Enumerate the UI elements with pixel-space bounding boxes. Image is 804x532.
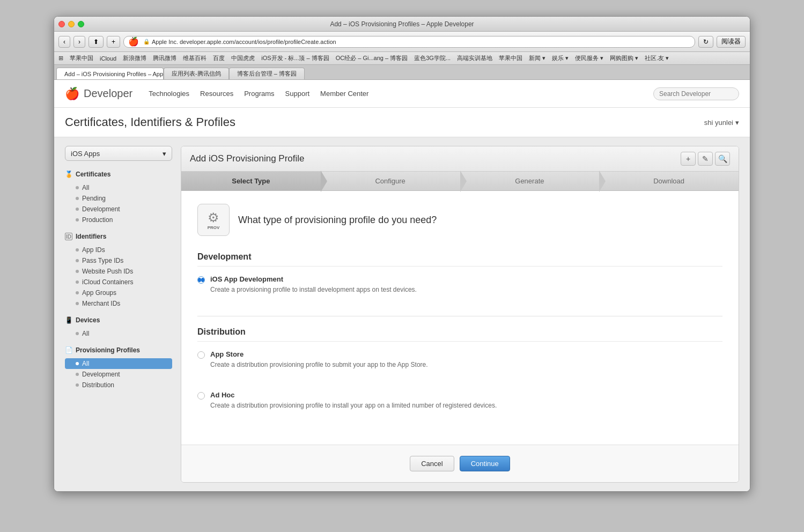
provisioning-label: Provisioning Profiles xyxy=(76,346,140,354)
wizard-step-download[interactable]: Download xyxy=(599,172,739,190)
developer-label: Developer xyxy=(84,87,132,100)
sidebar-item-cert-development[interactable]: Development xyxy=(65,204,172,215)
bookmark-3g[interactable]: 蓝色3G学院... xyxy=(414,54,451,62)
bullet-icon xyxy=(76,208,79,211)
bookmark-grid-icon[interactable]: ⊞ xyxy=(58,55,63,62)
wizard-step-configure[interactable]: Configure xyxy=(321,172,460,190)
maximize-button[interactable] xyxy=(78,21,84,27)
apple-logo-icon: 🍎 xyxy=(65,87,79,101)
section-divider xyxy=(197,316,722,316)
bookmark-tiger[interactable]: 中国虎虎 xyxy=(231,54,255,62)
bookmark-apple2[interactable]: 苹果中国 xyxy=(499,54,522,62)
sidebar-item-website-push-ids[interactable]: Website Push IDs xyxy=(65,266,172,277)
option-info-app-store: App Store Create a distribution provisio… xyxy=(210,350,722,370)
content-intro: ⚙ PROV What type of provisioning profile… xyxy=(197,204,722,236)
development-section-title: Development xyxy=(197,252,722,267)
bullet-icon xyxy=(76,218,79,221)
tab-2[interactable]: 应用列表-腾讯信鸽 xyxy=(164,68,229,79)
sidebar-item-cert-production[interactable]: Production xyxy=(65,215,172,225)
reload-button[interactable]: ↻ xyxy=(698,36,713,48)
new-tab-button[interactable]: + xyxy=(107,36,120,48)
nav-member-center[interactable]: Member Center xyxy=(320,90,368,98)
bookmark-wiki[interactable]: 维基百科 xyxy=(183,54,206,62)
radio-ios-app-dev[interactable] xyxy=(197,276,205,284)
traffic-lights xyxy=(58,21,84,27)
sidebar-section-header-provisioning: 📄 Provisioning Profiles xyxy=(65,345,172,355)
edit-action-button[interactable]: ✎ xyxy=(698,152,713,166)
nav-support[interactable]: Support xyxy=(285,90,310,98)
devices-label: Devices xyxy=(76,316,100,324)
dev-logo: 🍎 Developer xyxy=(65,87,132,101)
bullet-icon xyxy=(76,186,79,189)
address-bar[interactable]: 🍎 🔒 Apple Inc. developer.apple.com/accou… xyxy=(123,36,695,48)
bullet-icon xyxy=(76,259,79,262)
sidebar-section-devices: 📱 Devices All xyxy=(65,315,172,339)
sidebar-item-app-ids[interactable]: App IDs xyxy=(65,245,172,255)
sidebar-item-cert-all[interactable]: All xyxy=(65,182,172,193)
distribution-section-title: Distribution xyxy=(197,327,722,342)
prov-icon-label: PROV xyxy=(208,225,220,230)
bookmark-training[interactable]: 高端实训基地 xyxy=(457,54,492,62)
option-ad-hoc: Ad Hoc Create a distribution provisionin… xyxy=(197,391,722,421)
bullet-icon xyxy=(76,373,79,376)
add-action-button[interactable]: + xyxy=(681,152,696,166)
page-title: Certificates, Identifiers & Profiles xyxy=(65,115,235,129)
user-menu[interactable]: shi yunlei ▾ xyxy=(704,119,739,127)
reader-button[interactable]: 阅读器 xyxy=(717,36,746,48)
window-title: Add – iOS Provisioning Profiles – Apple … xyxy=(330,20,474,28)
bookmark-news[interactable]: 新闻 ▾ xyxy=(529,54,545,62)
sidebar-section-header-devices: 📱 Devices xyxy=(65,315,172,325)
option-desc-app-store: Create a distribution provisioning profi… xyxy=(210,360,722,370)
bookmark-sina[interactable]: 新浪微博 xyxy=(123,54,146,62)
radio-ad-hoc[interactable] xyxy=(197,392,205,400)
sidebar-item-icloud-containers[interactable]: iCloud Containers xyxy=(65,277,172,287)
bookmark-qq[interactable]: 腾讯微博 xyxy=(153,54,176,62)
share-button[interactable]: ⬆ xyxy=(88,36,104,48)
bullet-icon xyxy=(76,383,79,387)
sidebar-item-prov-all[interactable]: All xyxy=(65,358,172,369)
close-button[interactable] xyxy=(58,21,65,27)
prov-file-icon: ⚙ PROV xyxy=(197,204,230,236)
bookmark-baidu[interactable]: 百度 xyxy=(213,54,225,62)
bookmark-icloud[interactable]: iCloud xyxy=(100,55,116,62)
radio-app-store[interactable] xyxy=(197,351,205,359)
sidebar-item-cert-pending[interactable]: Pending xyxy=(65,193,172,204)
sidebar-item-merchant-ids[interactable]: Merchant IDs xyxy=(65,298,172,309)
sidebar-item-prov-distribution[interactable]: Distribution xyxy=(65,380,172,390)
search-action-button[interactable]: 🔍 xyxy=(715,152,730,166)
bookmark-oc[interactable]: OC经必 – Gi...ang – 博客园 xyxy=(336,54,408,62)
back-button[interactable]: ‹ xyxy=(58,36,70,48)
bookmark-apple[interactable]: 苹果中国 xyxy=(70,54,93,62)
sidebar-item-app-groups[interactable]: App Groups xyxy=(65,287,172,298)
sidebar-section-header-certificates: 🏅 Certificates xyxy=(65,169,172,179)
tab-3[interactable]: 博客后台管理 – 博客园 xyxy=(229,68,305,79)
cancel-button[interactable]: Cancel xyxy=(410,456,454,471)
devices-icon: 📱 xyxy=(65,316,72,324)
search-input[interactable] xyxy=(653,87,739,100)
bookmark-ent[interactable]: 娱乐 ▾ xyxy=(552,54,569,62)
bookmark-service[interactable]: 便民服务 ▾ xyxy=(575,54,603,62)
nav-technologies[interactable]: Technologies xyxy=(149,90,189,98)
forward-button[interactable]: › xyxy=(73,36,85,48)
tab-active[interactable]: Add – iOS Provisioning Profiles – Apple … xyxy=(56,68,164,79)
user-name: shi yunlei xyxy=(704,119,733,127)
sidebar-dropdown-label: iOS Apps xyxy=(71,150,100,158)
bookmark-social[interactable]: 社区.友 ▾ xyxy=(645,54,669,62)
sidebar-item-devices-all[interactable]: All xyxy=(65,328,172,339)
sidebar-item-pass-type-ids[interactable]: Pass Type IDs xyxy=(65,255,172,266)
option-title-ad-hoc: Ad Hoc xyxy=(210,391,722,399)
nav-programs[interactable]: Programs xyxy=(244,90,274,98)
url-text: Apple Inc. developer.apple.com/account/i… xyxy=(152,39,336,45)
nav-resources[interactable]: Resources xyxy=(200,90,233,98)
continue-button[interactable]: Continue xyxy=(460,456,510,471)
option-desc-ios-app-dev: Create a provisioning profile to install… xyxy=(210,285,722,294)
wizard-step-generate[interactable]: Generate xyxy=(460,172,600,190)
minimize-button[interactable] xyxy=(68,21,75,27)
sidebar-dropdown[interactable]: iOS Apps ▾ xyxy=(65,146,172,161)
option-title-app-store: App Store xyxy=(210,350,722,358)
content-footer: Cancel Continue xyxy=(181,445,739,482)
wizard-step-select-type[interactable]: Select Type xyxy=(181,172,321,190)
sidebar-item-prov-development[interactable]: Development xyxy=(65,369,172,380)
bookmark-ios[interactable]: iOS开发 - 标...顶 – 博客园 xyxy=(261,54,329,62)
bookmark-shop[interactable]: 网购图购 ▾ xyxy=(610,54,638,62)
